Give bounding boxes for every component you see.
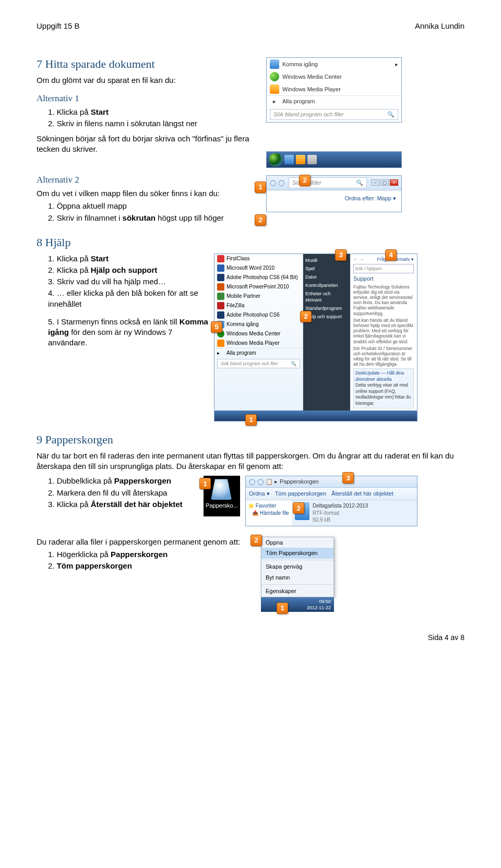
sort-dropdown[interactable]: Mapp ▾ — [377, 195, 396, 201]
menu-item-all-programs[interactable]: ▸Alla program — [214, 348, 303, 358]
window-titlebar[interactable]: ◯◯ 📋 ▸ Papperskorgen — [246, 476, 417, 488]
help-text: Fujitsu Technology Solutions erbjuder di… — [353, 284, 414, 316]
start-orb-icon[interactable] — [269, 153, 282, 166]
section-9: 9 Papperskorgen När du tar bort en fil r… — [37, 432, 464, 612]
breadcrumb[interactable]: Papperskorgen — [280, 478, 319, 486]
toolbar-button[interactable]: Töm papperskorgen — [275, 490, 326, 498]
menu-item-empty[interactable]: Töm Papperskorgen — [261, 548, 333, 559]
minimize-icon[interactable]: – — [371, 179, 379, 186]
toolbar-button[interactable]: Ordna ▾ — [249, 490, 270, 498]
header-left: Uppgift 15 B — [37, 21, 80, 31]
forward-button[interactable]: ◯ — [257, 478, 264, 486]
menu-item[interactable]: FileZilla — [214, 301, 303, 310]
file-size: 50,9 kB — [313, 516, 368, 524]
callout-badge: 2 — [299, 175, 311, 186]
help-text: Din Produkt ID / Serienummer och enhetsk… — [353, 346, 414, 367]
menu-item[interactable]: Microsoft Word 2010 — [214, 263, 303, 273]
menu-item[interactable]: Windows Media Center — [267, 70, 401, 83]
list-item: 1. Högerklicka på Papperskorgen — [48, 549, 256, 560]
menu-item[interactable]: FirstClass — [214, 254, 303, 263]
toolbar-button[interactable]: Återställ det här objektet — [331, 490, 393, 498]
app-icon — [217, 255, 224, 262]
app-icon — [217, 264, 224, 272]
help-title: Support — [353, 275, 414, 283]
nav-favorites[interactable]: ⭐ Favoriter — [248, 502, 290, 510]
sec8-title: 8 Hjälp — [37, 235, 464, 250]
step-text: Skriv in filnamnet i — [57, 213, 123, 222]
callout-badge: 5 — [211, 321, 222, 333]
menu-item[interactable]: Adobe Photoshop CS6 — [214, 310, 303, 320]
step-text: Klicka på — [57, 107, 91, 116]
menu-item-rename[interactable]: Byt namn — [261, 572, 333, 583]
list-item: 5. I Starmenyn finns också en länk till … — [48, 317, 209, 348]
sec7-alt2-title: Alternativ 2 — [37, 174, 261, 186]
menu-item[interactable]: Spel — [305, 264, 348, 273]
list-item: 1. Klicka på Start — [48, 107, 261, 117]
menu-label: FileZilla — [226, 302, 244, 309]
menu-item[interactable]: Kontrollpanelen — [305, 281, 348, 290]
menu-item[interactable]: Windows Media Player — [214, 339, 303, 348]
menu-item-properties[interactable]: Egenskaper — [261, 586, 333, 597]
menu-item[interactable]: Hjälp och support — [305, 312, 348, 321]
help-link[interactable]: DeskUpdate — Håll dina drivrutiner aktue… — [355, 370, 412, 382]
menu-label: Windows Media Center — [282, 73, 342, 81]
list-item: 2. Skriv in filnamnet i sökrutan högst u… — [48, 213, 261, 223]
app-icon — [217, 340, 224, 347]
maximize-icon[interactable]: ▢ — [380, 179, 389, 186]
callout-badge: 2 — [250, 535, 262, 546]
menu-label: Komma igång — [226, 321, 259, 328]
menu-item[interactable]: Standardprogram — [305, 304, 348, 312]
menu-item[interactable]: Mobile Partner — [214, 292, 303, 301]
sort-label: Ordna efter: — [345, 195, 376, 201]
back-button[interactable]: ◯ — [270, 179, 276, 187]
close-icon[interactable]: × — [390, 179, 398, 186]
menu-label: Adobe Photoshop CS6 (64 Bit) — [226, 274, 298, 281]
section-7: 7 Hitta sparade dokument Om du glömt var… — [37, 47, 464, 224]
start-menu: FirstClass Microsoft Word 2010 Adobe Pho… — [214, 254, 303, 411]
icon-label: Pappersko... — [206, 502, 238, 509]
callout-badge: 1 — [255, 182, 266, 193]
window-titlebar[interactable]: ◯ ◯ Sök i Bilder 🔍 –▢× — [267, 176, 401, 190]
callout-badge: 3 — [335, 249, 347, 261]
callout-badge: 4 — [385, 249, 397, 261]
app-icon — [217, 293, 224, 300]
nav-item[interactable]: 📥 Hämtade file — [248, 510, 290, 517]
menu-item[interactable]: Dator — [305, 273, 348, 281]
menu-item-shortcut[interactable]: Skapa genväg — [261, 561, 333, 572]
file-type: RTF-format — [313, 510, 368, 517]
menu-item[interactable]: Komma igång▸ — [267, 58, 401, 70]
taskbar-icon[interactable] — [307, 155, 317, 164]
menu-item[interactable]: Adobe Photoshop CS6 (64 Bit) — [214, 273, 303, 282]
window-controls[interactable]: –▢× — [371, 179, 398, 186]
start-menu-right: Musik Spel Dator Kontrollpanelen Enheter… — [303, 254, 350, 411]
sec7-alt1-list: 1. Klicka på Start 2. Skriv in filens na… — [37, 107, 261, 129]
taskbar-icon[interactable] — [284, 155, 294, 164]
back-button[interactable]: ◯ — [249, 478, 255, 486]
step-text: Skriv in filens namn i sökrutan längst n… — [57, 119, 197, 128]
file-item[interactable]: Deltagarlista 2012-2013 RTF-format 50,9 … — [313, 502, 368, 524]
list-item: 4. … eller klicka på den blå boken för a… — [48, 288, 209, 309]
nav-back-forward[interactable]: ← → — [353, 256, 364, 262]
start-search-input[interactable]: Sök bland program och filer🔍 — [217, 359, 300, 368]
menu-item[interactable]: Enheter och skrivare — [305, 290, 348, 304]
menu-label: Windows Media Player — [282, 86, 341, 93]
menu-label: Microsoft PowerPoint 2010 — [226, 283, 289, 291]
toolbar: Ordna ▾ Töm papperskorgen Återställ det … — [246, 488, 417, 500]
menu-item[interactable]: Microsoft PowerPoint 2010 — [214, 282, 303, 292]
menu-item-open[interactable]: Öppna — [261, 537, 333, 548]
forward-button[interactable]: ◯ — [278, 179, 284, 187]
menu-label: Adobe Photoshop CS6 — [226, 311, 280, 319]
menu-item[interactable]: Komma igång — [214, 320, 303, 329]
menu-label: Alla program — [226, 349, 256, 357]
menu-item[interactable]: Windows Media Center — [214, 329, 303, 339]
app-icon — [217, 311, 224, 319]
search-icon: 🔍 — [356, 179, 363, 187]
menu-item[interactable]: Windows Media Player — [267, 83, 401, 95]
menu-item-all-programs[interactable]: ▸Alla program — [267, 95, 401, 107]
step-num: 2. — [48, 119, 55, 128]
list-item: 1. Öppna aktuell mapp — [48, 201, 261, 211]
start-search-input[interactable]: Sök bland program och filer 🔍 — [270, 109, 398, 120]
help-search-input[interactable]: Sök i hjälpen — [353, 264, 414, 273]
taskbar-icon[interactable] — [296, 155, 305, 164]
callout-badge: 1 — [245, 414, 257, 426]
